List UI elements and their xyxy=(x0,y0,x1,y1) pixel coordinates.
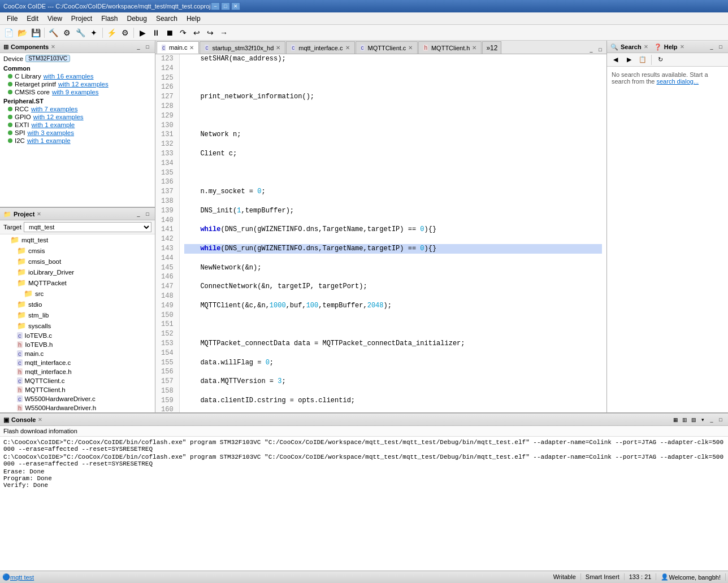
target-select[interactable]: mqtt_test xyxy=(24,222,151,232)
menu-project[interactable]: Project xyxy=(67,14,97,24)
console-minimize[interactable]: _ xyxy=(708,416,716,424)
tab-close-main-c[interactable]: ✕ xyxy=(189,45,194,51)
console-dropdown[interactable]: ▾ xyxy=(699,416,707,424)
folder-iolibrary[interactable]: 📁 ioLibrary_Driver xyxy=(0,267,155,277)
rcc-examples[interactable]: with 7 examples xyxy=(31,106,77,112)
search-results: No search results available. Start a sea… xyxy=(607,67,728,412)
gpio-examples[interactable]: with 12 examples xyxy=(33,114,84,120)
toolbar-stepover[interactable]: ↷ xyxy=(177,27,189,39)
folder-syscalls[interactable]: 📁 syscalls xyxy=(0,320,155,331)
search-back[interactable]: ◀ xyxy=(609,54,622,66)
file-main-c[interactable]: c main.c xyxy=(0,349,155,358)
file-iotevb-c[interactable]: c IoTEVB.c xyxy=(0,331,155,340)
search-dialog-link[interactable]: search dialog... xyxy=(656,78,699,85)
tab-mqtt-interface[interactable]: c mqtt_interface.c ✕ xyxy=(286,41,354,54)
folder-cmsis[interactable]: 📁 cmsis xyxy=(0,245,155,256)
console-content[interactable]: C:\CooCox\CoIDE>"C:/CooCox/CoIDE/bin/cof… xyxy=(0,437,728,571)
toolbar-runto[interactable]: → xyxy=(218,27,230,39)
maximize-button[interactable]: □ xyxy=(221,2,230,10)
file-mqttclient-c[interactable]: c MQTTClient.c xyxy=(0,376,155,385)
project-root[interactable]: 📁 mqtt_test xyxy=(0,234,155,245)
tab-overflow[interactable]: »12 xyxy=(482,41,501,54)
console-btn1[interactable]: ▦ xyxy=(671,416,679,424)
menu-view[interactable]: View xyxy=(43,14,67,24)
toolbar-build2[interactable]: ⚙ xyxy=(60,27,73,39)
folder-src[interactable]: 📁 src xyxy=(0,288,155,299)
code-editor[interactable]: 123 124 125 126 127 128 129 130 131 132 … xyxy=(155,54,606,412)
exti-examples[interactable]: with 1 example xyxy=(32,121,75,128)
gpio-name: GPIO xyxy=(15,114,31,120)
folder-cmsis-boot[interactable]: 📁 cmsis_boot xyxy=(0,256,155,267)
file-iotevb-h[interactable]: h IoTEVB.h xyxy=(0,340,155,349)
components-maximize[interactable]: □ xyxy=(144,43,151,51)
toolbar-settings[interactable]: ⚙ xyxy=(119,27,131,39)
project-maximize[interactable]: □ xyxy=(144,210,151,218)
retarget-examples[interactable]: with 12 examples xyxy=(58,81,109,88)
tree-exti[interactable]: EXTI with 1 example xyxy=(0,121,155,129)
tree-retarget-printf[interactable]: Retarget printf with 12 examples xyxy=(0,80,155,88)
tab-mqttclient-c[interactable]: c MQTTClient.c ✕ xyxy=(356,41,418,54)
file-w5500-c[interactable]: c W5500HardwareDriver.c xyxy=(0,394,155,403)
toolbar-debug3[interactable]: ⏹ xyxy=(163,27,176,39)
tab-main-c[interactable]: c main.c ✕ xyxy=(157,41,199,54)
folder-stdio[interactable]: 📁 stdio xyxy=(0,299,155,310)
close-button[interactable]: ✕ xyxy=(231,2,240,10)
file-mqtt-interface-c[interactable]: c mqtt_interface.c xyxy=(0,358,155,367)
tree-i2c[interactable]: I2C with 1 example xyxy=(0,137,155,145)
tab-startup[interactable]: c startup_stm32f10x_hd ✕ xyxy=(200,41,285,54)
tab-close-mqttclient-c[interactable]: ✕ xyxy=(408,45,413,51)
folder-stm-lib[interactable]: 📁 stm_lib xyxy=(0,310,155,320)
search-copy[interactable]: 📋 xyxy=(636,54,649,66)
toolbar-new[interactable]: 📄 xyxy=(2,27,15,39)
tab-close-mqtt-interface[interactable]: ✕ xyxy=(345,45,350,51)
spi-examples[interactable]: with 3 examples xyxy=(28,129,74,136)
tree-rcc[interactable]: RCC with 7 examples xyxy=(0,105,155,113)
toolbar-debug2[interactable]: ⏸ xyxy=(150,27,162,39)
toolbar-save[interactable]: 💾 xyxy=(29,27,42,39)
file-mqtt-interface-h[interactable]: h mqtt_interface.h xyxy=(0,367,155,376)
c-library-examples[interactable]: with 16 examples xyxy=(44,73,94,80)
tree-cmsis-core[interactable]: CMSIS core with 9 examples xyxy=(0,88,155,96)
tree-c-library[interactable]: C Library with 16 examples xyxy=(0,72,155,80)
tab-main-c-label: main.c xyxy=(169,44,187,51)
project-minimize[interactable]: _ xyxy=(135,210,142,218)
project-link[interactable]: mqtt test xyxy=(10,574,34,581)
file-w5500-h[interactable]: h W5500HardwareDriver.h xyxy=(0,403,155,412)
search-minimize[interactable]: _ xyxy=(708,43,716,51)
minimize-button[interactable]: − xyxy=(211,2,220,10)
toolbar-clean[interactable]: ✦ xyxy=(88,27,100,39)
search-refresh[interactable]: ↻ xyxy=(654,54,666,66)
i2c-examples[interactable]: with 1 example xyxy=(27,137,71,144)
tab-close-startup[interactable]: ✕ xyxy=(276,45,280,51)
toolbar-build[interactable]: 🔨 xyxy=(47,27,59,39)
toolbar-build3[interactable]: 🔧 xyxy=(74,27,86,39)
folder-mqttpacket[interactable]: 📁 MQTTPacket xyxy=(0,277,155,288)
menu-debug[interactable]: Debug xyxy=(123,14,151,24)
tab-close-mqttclient-h[interactable]: ✕ xyxy=(472,45,476,51)
toolbar-flash[interactable]: ⚡ xyxy=(105,27,118,39)
console-btn3[interactable]: ▧ xyxy=(690,416,697,424)
menu-flash[interactable]: Flash xyxy=(97,14,122,24)
toolbar-stepinto[interactable]: ↩ xyxy=(190,27,203,39)
menu-help[interactable]: Help xyxy=(182,14,205,24)
toolbar-stepout[interactable]: ↪ xyxy=(204,27,216,39)
folder-mqttpacket-name: MQTTPacket xyxy=(28,280,67,286)
toolbar-open[interactable]: 📂 xyxy=(16,27,28,39)
tree-gpio[interactable]: GPIO with 12 examples xyxy=(0,113,155,121)
tree-spi[interactable]: SPI with 3 examples xyxy=(0,129,155,137)
code-content[interactable]: setSHAR(mac_address); print_network_info… xyxy=(180,54,606,412)
menu-edit[interactable]: Edit xyxy=(22,14,43,24)
file-mqttclient-h[interactable]: h MQTTClient.h xyxy=(0,385,155,394)
editor-maximize[interactable]: □ xyxy=(596,46,604,54)
search-forward[interactable]: ▶ xyxy=(623,54,635,66)
cmsis-examples[interactable]: with 9 examples xyxy=(52,89,98,95)
tab-mqttclient-h[interactable]: h MQTTClient.h ✕ xyxy=(418,41,482,54)
console-btn2[interactable]: ▥ xyxy=(681,416,688,424)
toolbar-debug1[interactable]: ▶ xyxy=(136,27,149,39)
menu-search[interactable]: Search xyxy=(151,14,182,24)
search-maximize[interactable]: □ xyxy=(717,43,725,51)
editor-minimize[interactable]: _ xyxy=(587,46,595,54)
menu-file[interactable]: File xyxy=(2,14,22,24)
components-minimize[interactable]: _ xyxy=(135,43,142,51)
console-maximize[interactable]: □ xyxy=(717,416,725,424)
